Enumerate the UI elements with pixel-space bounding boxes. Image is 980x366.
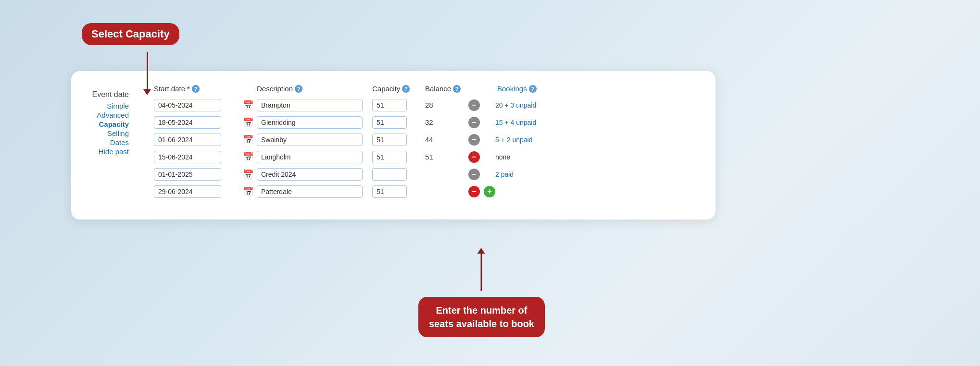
bookings-link-row5[interactable]: 2 paid [495, 171, 514, 178]
sidebar-item-dates[interactable]: Dates [110, 138, 129, 146]
startdate-help-icon[interactable]: ? [192, 85, 200, 93]
capacity-input-row2[interactable] [372, 116, 407, 129]
callout-line2: seats available to book [429, 318, 534, 329]
required-star: * [187, 85, 190, 93]
bookings-link-row2[interactable]: 15 + 4 unpaid [495, 119, 536, 126]
col-header-balance: Balance ? [425, 85, 468, 93]
balance-val-row2: 32 [425, 118, 433, 126]
startdate-input-row4[interactable] [154, 151, 221, 163]
calendar-btn-row4[interactable]: 📅 [241, 150, 255, 164]
col-header-bookings: Bookings ? [497, 85, 584, 93]
bookings-header-link[interactable]: Bookings [497, 85, 527, 93]
balance-label: Balance [425, 85, 451, 93]
startdate-label: Start date [154, 85, 185, 93]
sidebar-item-selling[interactable]: Selling [107, 129, 129, 137]
sidebar-item-simple[interactable]: Simple [107, 102, 129, 110]
description-input-row4[interactable] [257, 151, 363, 163]
table-row: 📅 44 5 + 2 unpaid [154, 133, 698, 146]
minus-icon-row2[interactable] [468, 117, 480, 128]
minus-icon-row5[interactable] [468, 169, 480, 180]
calendar-btn-row2[interactable]: 📅 [241, 116, 255, 129]
capacity-input-row4[interactable] [372, 151, 407, 163]
calendar-btn-row3[interactable]: 📅 [241, 133, 255, 146]
sidebar-item-hidepast[interactable]: Hide past [99, 147, 129, 156]
sidebar-item-advanced[interactable]: Advanced [97, 111, 129, 119]
event-date-label: Event date [92, 90, 129, 99]
col-header-startdate: Start date * ? [154, 85, 239, 93]
capacity-help-icon[interactable]: ? [402, 85, 410, 93]
capacity-label: Capacity [372, 85, 400, 93]
minus-red-icon-row4[interactable] [468, 151, 480, 163]
balance-help-icon[interactable]: ? [453, 85, 461, 93]
description-input-row2[interactable] [257, 116, 363, 129]
description-input-row3[interactable] [257, 134, 363, 146]
table-area: Start date * ? Description ? Capacity ? … [154, 85, 698, 198]
col-header-capacity: Capacity ? [372, 85, 425, 93]
bottom-callout-arrow [481, 254, 482, 291]
calendar-btn-row5[interactable]: 📅 [241, 168, 255, 181]
balance-val-row3: 44 [425, 135, 433, 144]
minus-red-icon-row6[interactable] [468, 186, 480, 197]
bookings-none-row4: none [495, 153, 510, 161]
sidebar-nav: Event date Simple Advanced Capacity Sell… [71, 90, 129, 156]
bookings-link-row1[interactable]: 20 + 3 unpaid [495, 101, 536, 109]
startdate-input-row2[interactable] [154, 116, 221, 129]
capacity-input-row3[interactable] [372, 134, 407, 146]
table-row: 📅 [154, 185, 698, 198]
description-input-row5[interactable] [257, 168, 363, 181]
bottom-callout-bubble: Enter the number of seats available to b… [418, 297, 545, 337]
minus-icon-row1[interactable] [468, 99, 480, 111]
balance-val-row4: 51 [425, 153, 433, 161]
callout-line1: Enter the number of [436, 305, 527, 316]
table-row: 📅 51 none [154, 150, 698, 164]
main-card: Event date Simple Advanced Capacity Sell… [71, 71, 716, 220]
sidebar-item-capacity[interactable]: Capacity [99, 120, 129, 128]
select-capacity-bubble: Select Capacity [82, 23, 179, 45]
description-input-row1[interactable] [257, 99, 363, 111]
bookings-link-row3[interactable]: 5 + 2 unpaid [495, 136, 532, 144]
table-row: 📅 28 20 + 3 unpaid [154, 98, 698, 112]
startdate-input-row1[interactable] [154, 99, 221, 111]
bookings-help-icon[interactable]: ? [529, 85, 537, 93]
description-help-icon[interactable]: ? [295, 85, 302, 93]
table-row: 📅 2 paid [154, 168, 698, 181]
startdate-input-row5[interactable] [154, 168, 221, 181]
capacity-input-row1[interactable] [372, 99, 407, 111]
col-header-description: Description ? [257, 85, 372, 93]
table-header: Start date * ? Description ? Capacity ? … [154, 85, 698, 93]
minus-icon-row3[interactable] [468, 134, 480, 146]
table-row: 📅 32 15 + 4 unpaid [154, 116, 698, 129]
plus-icon-row6[interactable] [484, 186, 495, 197]
select-capacity-arrow [147, 52, 148, 90]
balance-val-row1: 28 [425, 101, 433, 109]
calendar-btn-row6[interactable]: 📅 [241, 185, 255, 198]
capacity-input-row5[interactable] [372, 168, 407, 181]
description-label: Description [257, 85, 293, 93]
description-input-row6[interactable] [257, 185, 363, 198]
startdate-input-row3[interactable] [154, 134, 221, 146]
bottom-callout: Enter the number of seats available to b… [418, 297, 545, 337]
capacity-input-row6[interactable] [372, 185, 407, 198]
calendar-btn-row1[interactable]: 📅 [241, 98, 255, 112]
startdate-input-row6[interactable] [154, 185, 221, 198]
